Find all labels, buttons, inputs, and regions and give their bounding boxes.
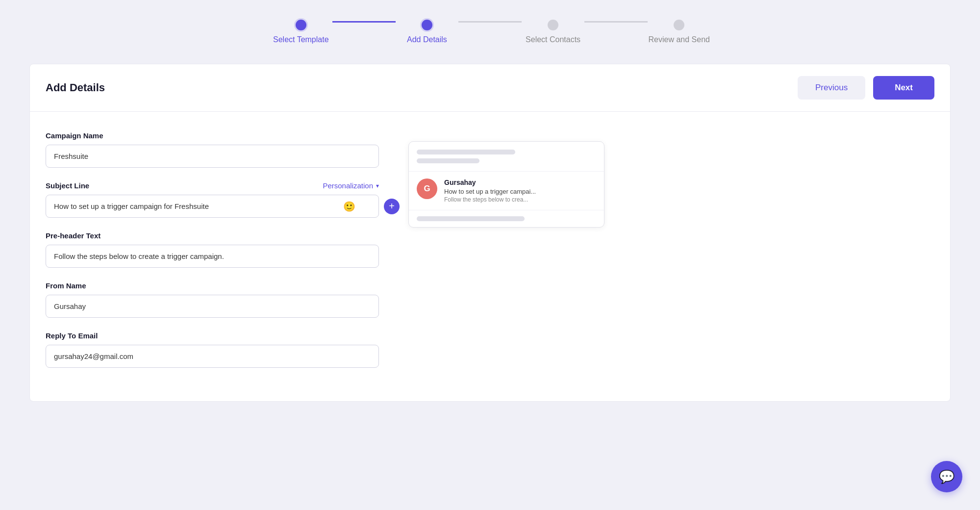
subject-line-label: Subject Line: [46, 181, 89, 190]
preview-section: G Gursahay How to set up a trigger campa…: [408, 131, 934, 382]
preview-bottom-bar: [409, 210, 604, 227]
preview-subject: How to set up a trigger campai...: [444, 188, 581, 195]
next-button[interactable]: Next: [873, 76, 934, 100]
emoji-icon: 🙂: [343, 201, 355, 212]
step-dot-2: [422, 20, 432, 30]
avatar-letter: G: [424, 184, 430, 194]
reply-to-email-label: Reply To Email: [46, 332, 379, 340]
avatar: G: [417, 178, 437, 199]
preheader-input[interactable]: [46, 245, 379, 268]
subject-line-input[interactable]: [46, 195, 379, 218]
preheader-group: Pre-header Text: [46, 231, 379, 268]
preview-bar-line-2: [417, 158, 479, 163]
stepper: Select Template Add Details Select Conta…: [20, 15, 960, 44]
campaign-name-input[interactable]: [46, 145, 379, 168]
add-subject-button[interactable]: +: [384, 199, 400, 214]
page-wrapper: Select Template Add Details Select Conta…: [0, 0, 980, 510]
campaign-name-label: Campaign Name: [46, 131, 379, 140]
email-preview-card: G Gursahay How to set up a trigger campa…: [408, 141, 604, 228]
step-add-details: Add Details: [396, 20, 459, 44]
preview-from-name: Gursahay: [444, 178, 596, 186]
chat-button[interactable]: 💬: [931, 461, 962, 492]
from-name-input[interactable]: [46, 295, 379, 318]
card-body: Campaign Name Subject Line Personalizati…: [30, 112, 950, 401]
reply-to-email-input[interactable]: [46, 345, 379, 368]
step-review-and-send: Review and Send: [648, 20, 711, 44]
chevron-down-icon: ▾: [376, 182, 379, 189]
subject-input-wrapper: 🙂 +: [46, 195, 379, 218]
preheader-label: Pre-header Text: [46, 231, 379, 240]
step-label-2: Add Details: [407, 35, 447, 44]
personalization-button[interactable]: Personalization ▾: [323, 181, 379, 190]
step-select-contacts: Select Contacts: [522, 20, 585, 44]
connector-1-2: [332, 21, 396, 23]
step-dot-1: [296, 20, 306, 30]
stepper-container: Select Template Add Details Select Conta…: [270, 20, 711, 44]
step-dot-3: [548, 20, 558, 30]
subject-line-group: Subject Line Personalization ▾ 🙂 +: [46, 181, 379, 218]
step-label-3: Select Contacts: [526, 35, 580, 44]
step-dot-4: [674, 20, 684, 30]
personalization-label: Personalization: [323, 181, 373, 190]
step-label-4: Review and Send: [649, 35, 710, 44]
header-buttons: Previous Next: [798, 76, 934, 100]
chat-icon: 💬: [939, 469, 955, 484]
campaign-name-group: Campaign Name: [46, 131, 379, 168]
emoji-button[interactable]: 🙂: [343, 201, 355, 212]
page-title: Add Details: [46, 81, 105, 94]
main-card: Add Details Previous Next Campaign Name …: [29, 64, 951, 402]
plus-icon: +: [389, 201, 395, 212]
from-name-group: From Name: [46, 281, 379, 318]
from-name-label: From Name: [46, 281, 379, 290]
preview-email-row: G Gursahay How to set up a trigger campa…: [409, 171, 604, 210]
previous-button[interactable]: Previous: [798, 76, 865, 100]
connector-3-4: [584, 21, 648, 23]
preview-bar-line-1: [417, 150, 515, 154]
preview-bottom-line: [417, 216, 525, 221]
subject-line-header: Subject Line Personalization ▾: [46, 181, 379, 190]
preview-email-content: Gursahay How to set up a trigger campai.…: [444, 178, 596, 203]
step-label-1: Select Template: [273, 35, 329, 44]
preview-top-bar: [409, 142, 604, 171]
reply-to-email-group: Reply To Email: [46, 332, 379, 368]
card-header: Add Details Previous Next: [30, 64, 950, 112]
form-section: Campaign Name Subject Line Personalizati…: [46, 131, 379, 382]
step-select-template: Select Template: [270, 20, 333, 44]
connector-2-3: [458, 21, 522, 23]
preview-preheader: Follow the steps below to crea...: [444, 196, 581, 203]
